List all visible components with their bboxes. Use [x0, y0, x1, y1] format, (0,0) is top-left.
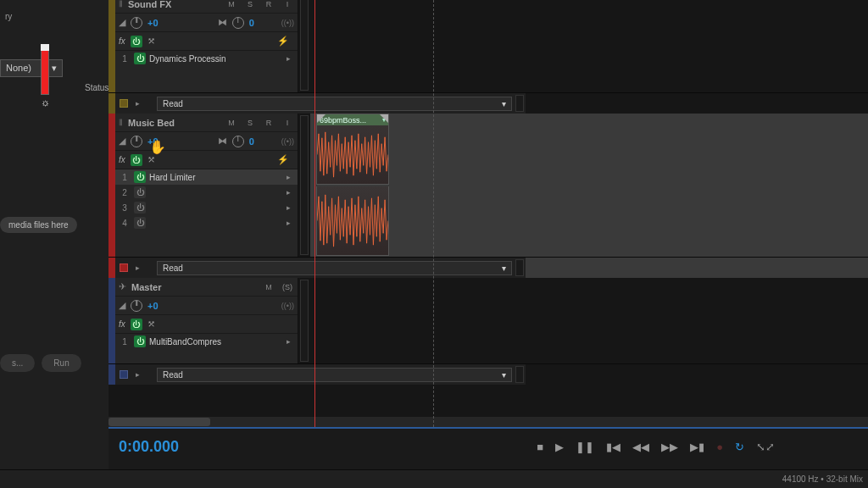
run-button[interactable]: Run: [42, 354, 81, 372]
slot-power-button[interactable]: ⏻: [134, 171, 146, 183]
pan-knob[interactable]: [232, 136, 244, 147]
fx-power-button[interactable]: ⏻: [131, 319, 142, 330]
automation-mode-select[interactable]: Read▾: [157, 97, 512, 111]
volume-icon: ◢: [119, 136, 125, 147]
fx-slot[interactable]: 3 ⏻ ▸: [115, 200, 298, 215]
volume-value[interactable]: +0: [147, 301, 159, 311]
pan-icon: ⧓: [218, 17, 227, 28]
track-meter: [300, 115, 309, 255]
track-toggle[interactable]: [120, 263, 128, 272]
track-meter: [300, 0, 309, 91]
mute-button[interactable]: M: [262, 281, 275, 293]
effect-edit-icon[interactable]: ▸: [283, 188, 294, 197]
track-header-musicbed: ⫴ Music Bed M S R I ◢ +0 ⧓ 0 ((•)) fx ⏻: [115, 114, 298, 257]
status-label: Status:: [85, 83, 111, 92]
fx-slot[interactable]: 1 ⏻ Hard Limiter ▸: [115, 169, 298, 185]
track-lane-soundfx[interactable]: [310, 0, 868, 92]
go-to-start-button[interactable]: ▮◀: [606, 441, 620, 453]
input-button[interactable]: I: [281, 117, 294, 129]
effect-edit-icon[interactable]: ▸: [283, 173, 294, 181]
automation-mode-select[interactable]: Read▾: [157, 368, 512, 382]
effect-name[interactable]: MultiBandCompres: [149, 337, 280, 347]
volume-knob[interactable]: [131, 17, 142, 29]
expand-icon[interactable]: ▸: [132, 370, 143, 379]
track-soundfx: ⫴ Sound FX M S R I ◢ +0 ⧓ 0 ((•)) fx ⏻: [108, 0, 868, 93]
scrollbar-thumb[interactable]: [108, 418, 210, 426]
solo-button[interactable]: (S): [281, 281, 294, 293]
audio-clip[interactable]: 69bpmBoss... ▾: [316, 114, 389, 185]
play-button[interactable]: ▶: [555, 441, 564, 453]
record-button[interactable]: R: [262, 117, 275, 129]
expand-icon[interactable]: ▸: [132, 263, 143, 272]
solo-button[interactable]: S: [243, 117, 257, 129]
solo-button[interactable]: S: [243, 0, 257, 10]
audio-format-status: 44100 Hz • 32-bit Mix: [782, 474, 863, 484]
fast-forward-button[interactable]: ▶▶: [661, 441, 678, 453]
pan-knob[interactable]: [232, 17, 244, 29]
cursor-marker: [433, 0, 434, 427]
track-toggle[interactable]: [120, 99, 128, 108]
effect-name: Hard Limiter: [149, 173, 280, 182]
slot-power-button[interactable]: ⏻: [134, 336, 146, 347]
track-header-soundfx: ⫴ Sound FX M S R I ◢ +0 ⧓ 0 ((•)) fx ⏻: [115, 0, 298, 92]
clip-header[interactable]: 69bpmBoss... ▾: [317, 114, 388, 125]
pause-button[interactable]: ❚❚: [576, 441, 594, 453]
record-button[interactable]: R: [262, 0, 275, 10]
automation-mode-select[interactable]: Read▾: [157, 261, 512, 275]
track-lane-master[interactable]: [310, 278, 868, 363]
timecode-display[interactable]: 0:00.000: [119, 438, 179, 456]
effect-edit-icon[interactable]: ▸: [283, 219, 294, 227]
settings-button[interactable]: s...: [0, 354, 35, 372]
volume-value[interactable]: +0: [147, 136, 159, 147]
effect-edit-icon[interactable]: ▸: [283, 337, 294, 346]
effect-name[interactable]: Dynamics Processin: [149, 54, 280, 64]
fx-power-button[interactable]: ⏻: [131, 154, 142, 166]
volume-knob[interactable]: [131, 300, 142, 312]
track-lane-musicbed[interactable]: 69bpmBoss... ▾: [310, 114, 868, 257]
meter-clip-indicator: [41, 44, 49, 51]
slot-number: 4: [119, 219, 131, 228]
volume-value[interactable]: +0: [147, 18, 159, 28]
pan-value[interactable]: 0: [249, 18, 254, 28]
horizontal-scrollbar[interactable]: [108, 417, 868, 427]
mute-button[interactable]: M: [225, 0, 238, 10]
track-name[interactable]: Sound FX: [128, 0, 220, 9]
master-icon: ✈: [119, 281, 126, 292]
mute-button[interactable]: M: [225, 117, 238, 129]
fx-power-button[interactable]: ⏻: [131, 36, 142, 47]
fx-presets-icon[interactable]: ⚡: [277, 36, 294, 47]
record-button[interactable]: ●: [716, 441, 723, 453]
fx-slot[interactable]: 4 ⏻ ▸: [115, 215, 298, 230]
slot-power-button[interactable]: ⏻: [134, 217, 146, 229]
track-name[interactable]: Master: [131, 282, 257, 292]
slot-power-button[interactable]: ⏻: [134, 186, 146, 198]
loop-button[interactable]: ↻: [735, 441, 744, 453]
go-to-end-button[interactable]: ▶▮: [690, 441, 704, 453]
volume-knob[interactable]: [131, 136, 142, 147]
skip-selection-button[interactable]: ⤡⤢: [756, 441, 775, 453]
history-dropdown[interactable]: None) ▾: [0, 59, 63, 77]
playhead[interactable]: [314, 0, 315, 427]
stop-button[interactable]: ■: [537, 441, 543, 453]
effect-edit-icon[interactable]: ▸: [283, 203, 294, 212]
track-handle-icon[interactable]: ⫴: [119, 117, 123, 128]
fx-presets-icon[interactable]: ⚡: [277, 154, 294, 165]
volume-icon: ◢: [119, 17, 125, 28]
track-header-master: ✈ Master M (S) ◢ +0 ((•)) fx ⏻ ⤱ 1 ⏻ Mul…: [115, 278, 298, 363]
automation-row-master: ▸ Read▾: [108, 364, 868, 385]
automation-mode-label: Read: [163, 99, 183, 108]
track-toggle[interactable]: [120, 370, 128, 379]
effect-edit-icon[interactable]: ▸: [283, 54, 294, 63]
audio-clip-channel2[interactable]: [316, 186, 389, 256]
track-handle-icon[interactable]: ⫴: [119, 0, 123, 9]
media-drop-hint: media files here: [0, 217, 77, 233]
pan-value[interactable]: 0: [249, 136, 254, 147]
rewind-button[interactable]: ◀◀: [632, 441, 649, 453]
expand-icon[interactable]: ▸: [132, 99, 143, 108]
track-color-bar: [108, 278, 115, 363]
input-button[interactable]: I: [281, 0, 294, 10]
fx-slot[interactable]: 2 ⏻ ▸: [115, 185, 298, 200]
slot-power-button[interactable]: ⏻: [134, 202, 146, 214]
track-name[interactable]: Music Bed: [128, 118, 220, 128]
slot-power-button[interactable]: ⏻: [134, 53, 146, 64]
